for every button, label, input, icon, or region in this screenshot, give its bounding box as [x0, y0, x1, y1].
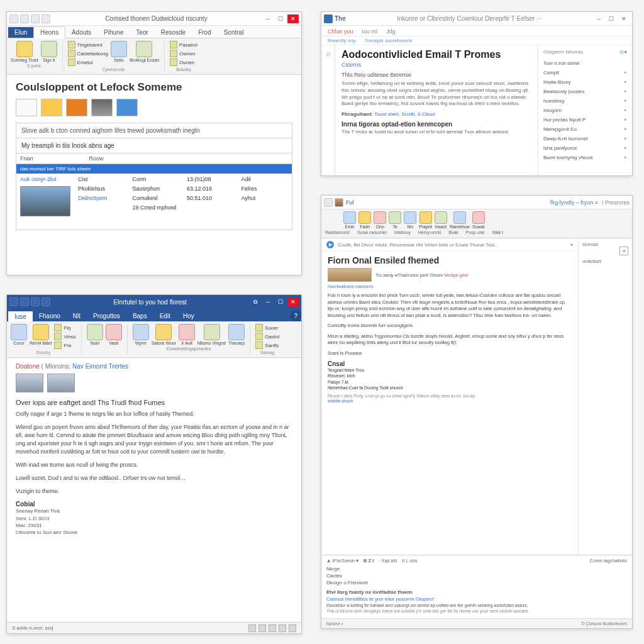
font-select[interactable]: ▲ IFhcSvesn ▾: [326, 558, 358, 564]
kw-links[interactable]: Tounl shen, Srorfir, 0.Clbud: [374, 111, 435, 117]
ribbon-button[interactable]: Rernll ifatet: [30, 324, 52, 345]
tab[interactable]: Adouts: [65, 27, 97, 38]
template-icon[interactable]: [66, 99, 87, 116]
side-item[interactable]: Bumt tosmyrhg vNuce▸: [543, 153, 627, 162]
side-item[interactable]: Csmpit▸: [543, 68, 627, 77]
col-header[interactable]: [154, 153, 223, 164]
template-icon[interactable]: [16, 99, 37, 116]
tab-home[interactable]: Heons: [33, 26, 65, 38]
tab[interactable]: Resosde: [155, 27, 192, 38]
maximize-button[interactable]: ☐: [275, 14, 286, 23]
qat-btn[interactable]: [9, 14, 18, 23]
ribbon-button[interactable]: Insazt: [435, 211, 447, 229]
qat-btn[interactable]: [324, 198, 333, 207]
qat-btn[interactable]: [20, 297, 29, 306]
bold-italic[interactable]: B Z I: [364, 558, 374, 564]
ribbon-button[interactable]: Ilm: [404, 211, 416, 229]
message-content[interactable]: Fiorn Onal Ensiled fhemed Tro.weny wThai…: [321, 252, 578, 555]
ribbon-button[interactable]: Sorimeg Trost: [11, 41, 38, 62]
sub-nav-item[interactable]: Trecepls ssorefveorie: [364, 38, 412, 43]
qat-btn[interactable]: [31, 297, 40, 306]
qat-btn[interactable]: [9, 297, 18, 306]
nav-tab[interactable]: Chlon you: [328, 28, 353, 35]
side-item[interactable]: Niempgordl Eo▸: [543, 125, 627, 134]
nav-tab[interactable]: Jdg: [386, 28, 396, 35]
ribbon-button[interactable]: Sigv it: [41, 41, 57, 62]
qat-btn[interactable]: [42, 297, 50, 306]
col-header[interactable]: Roow: [86, 153, 155, 164]
ribbon-button[interactable]: X Avit: [179, 324, 195, 345]
help-button[interactable]: ⧉: [250, 297, 261, 306]
qat-btn[interactable]: [20, 14, 29, 23]
maximize-button[interactable]: ☐: [606, 14, 617, 23]
minimize-button[interactable]: ─: [593, 14, 604, 23]
tab[interactable]: Sontral: [218, 27, 250, 38]
view-btn[interactable]: [258, 625, 266, 632]
ribbon-button[interactable]: Fadn: [358, 211, 371, 229]
more[interactable]: Comn lagchatinlci: [590, 558, 627, 564]
side-item[interactable]: hoestinsy▸: [543, 96, 627, 106]
close-button[interactable]: ✕: [618, 14, 630, 23]
tab[interactable]: Frod: [192, 27, 218, 38]
tab[interactable]: Hoy: [177, 311, 201, 321]
side-item[interactable]: Hor pnctas Nyott P▸: [543, 115, 627, 125]
help-icon[interactable]: ?: [290, 311, 301, 321]
status-right[interactable]: D Çsnsow Bcalsneoers: [582, 621, 627, 626]
align[interactable]: · Xqs.lstt: [379, 558, 397, 564]
view-btn[interactable]: [279, 625, 286, 632]
signature-link[interactable]: Olboshie to Sud amr Stome: [16, 529, 292, 536]
ribbon-button[interactable]: Wyrm: [133, 324, 149, 345]
nav-tab[interactable]: too ml: [362, 28, 378, 35]
tab[interactable]: Pihune: [97, 27, 130, 38]
ribbon-button[interactable]: Nlismo Vingrst: [197, 324, 226, 345]
play-icon[interactable]: ▶: [326, 241, 334, 248]
titlebar[interactable]: The Inkunre or Clbrestirly Cownlour Dere…: [321, 12, 632, 26]
side-item[interactable]: lsha pwnfyorce▸: [543, 143, 627, 153]
view-btn[interactable]: [289, 625, 296, 632]
side-item[interactable]: omitctiunt: [582, 259, 628, 264]
signature-link[interactable]: Neirehhas·Cuel fa Doomg Tsdit shosrd: [328, 385, 572, 391]
selected-row[interactable]: das monsci ker TIRF tols sheen: [16, 164, 292, 174]
tab[interactable]: Nlt: [67, 311, 87, 321]
list[interactable]: II L obs: [402, 558, 417, 564]
ribbon-button[interactable]: Nobl: [87, 324, 103, 345]
side-item[interactable]: Dawp-fLrrt Isoromet▸: [543, 134, 627, 143]
minimize-button[interactable]: ─: [262, 14, 274, 23]
qat-btn[interactable]: [31, 14, 40, 23]
titlebar[interactable]: Ful flrg·lyndty – fryon ≡ I Presrores: [321, 196, 632, 209]
tab[interactable]: Teor: [130, 27, 154, 38]
minimize-button[interactable]: ─: [262, 297, 274, 306]
side-item[interactable]: fdwile-Bsory▸: [543, 77, 627, 87]
sub-nav-item[interactable]: firewrdly sny: [328, 38, 355, 43]
col-header[interactable]: Fnan: [16, 153, 86, 164]
chevron-down-icon[interactable]: ▾: [570, 242, 573, 248]
document-body[interactable]: Doatone ( Mloroins; Nav Exnornt Trertes …: [7, 358, 301, 622]
template-icon[interactable]: [91, 99, 113, 116]
ribbon-button[interactable]: Sowat: [472, 211, 485, 229]
maximize-button[interactable]: ☐: [275, 297, 286, 306]
ribbon-button[interactable]: Vastl: [106, 324, 122, 345]
side-item[interactable]: Beatsrosly |oostes▸: [543, 87, 627, 96]
tab[interactable]: Proguttos: [87, 311, 126, 321]
breadcrumb[interactable]: flrg·lyndty – fryon ≡: [354, 199, 598, 206]
ribbon-button[interactable]: Ener: [343, 211, 356, 229]
ribbon-button[interactable]: Ramefrow: [450, 211, 470, 229]
thumbnail[interactable]: [20, 186, 70, 216]
tab[interactable]: Edit: [153, 311, 177, 321]
side-item[interactable]: Iniogdrn▸: [543, 106, 627, 115]
titlebar[interactable]: Comsed thonen Dudwicloud riscunty ─ ☐ ✕: [7, 12, 301, 26]
tab[interactable]: Baps: [126, 311, 153, 321]
tab[interactable]: Fhaono: [33, 311, 67, 321]
titlebar[interactable]: EInrtutel to you hod florest ⧉ ─ ☐ ✕: [7, 295, 301, 309]
tiny-link[interactable]: hseclwaibans mamsnrs: [328, 284, 572, 289]
close-button[interactable]: ✕: [287, 14, 299, 23]
article-sub[interactable]: Csterns: [341, 62, 531, 68]
template-icon[interactable]: [41, 99, 62, 116]
qat-btn[interactable]: [42, 14, 50, 23]
thumbnail[interactable]: [47, 374, 75, 392]
ribbon-button[interactable]: Prapnt: [419, 211, 432, 229]
ribbon-button[interactable]: Theoarp: [228, 324, 245, 345]
grid-link[interactable]: Auk osnyr-2lut: [20, 176, 70, 182]
close-button[interactable]: ✕: [287, 297, 299, 306]
ribbon-button[interactable]: Te: [389, 211, 401, 229]
